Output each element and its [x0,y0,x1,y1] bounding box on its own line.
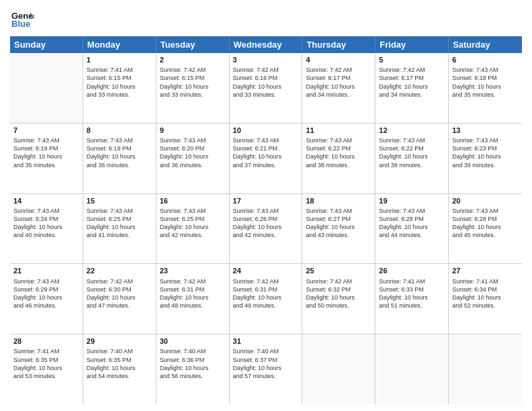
day-number: 25 [306,266,371,275]
day-info: Sunrise: 7:43 AM Sunset: 6:28 PM Dayligh… [379,207,445,240]
calendar-cell: 9Sunrise: 7:43 AM Sunset: 6:20 PM Daylig… [157,124,230,193]
calendar-cell: 4Sunrise: 7:42 AM Sunset: 6:17 PM Daylig… [302,53,375,123]
calendar-cell: 30Sunrise: 7:40 AM Sunset: 6:36 PM Dayli… [157,334,230,404]
calendar-cell: 29Sunrise: 7:40 AM Sunset: 6:35 PM Dayli… [83,334,157,404]
day-info: Sunrise: 7:43 AM Sunset: 6:27 PM Dayligh… [306,207,371,240]
day-number: 5 [379,55,445,64]
calendar-cell: 24Sunrise: 7:42 AM Sunset: 6:31 PM Dayli… [230,264,303,334]
day-info: Sunrise: 7:43 AM Sunset: 6:20 PM Dayligh… [160,136,226,169]
day-info: Sunrise: 7:43 AM Sunset: 6:21 PM Dayligh… [233,136,299,169]
calendar-body: 1Sunrise: 7:41 AM Sunset: 6:15 PM Daylig… [10,53,522,404]
calendar-cell: 26Sunrise: 7:41 AM Sunset: 6:33 PM Dayli… [375,264,449,334]
day-info: Sunrise: 7:43 AM Sunset: 6:29 PM Dayligh… [13,277,79,310]
calendar-cell: 21Sunrise: 7:43 AM Sunset: 6:29 PM Dayli… [10,264,83,334]
calendar-cell: 14Sunrise: 7:43 AM Sunset: 6:24 PM Dayli… [10,194,83,264]
day-info: Sunrise: 7:40 AM Sunset: 6:35 PM Dayligh… [87,347,152,380]
calendar-row-5: 28Sunrise: 7:41 AM Sunset: 6:35 PM Dayli… [10,334,522,404]
day-info: Sunrise: 7:42 AM Sunset: 6:31 PM Dayligh… [160,277,226,310]
day-info: Sunrise: 7:43 AM Sunset: 6:18 PM Dayligh… [452,66,519,99]
header-day-monday: Monday [83,36,157,53]
calendar-cell: 19Sunrise: 7:43 AM Sunset: 6:28 PM Dayli… [375,194,449,264]
calendar-cell: 18Sunrise: 7:43 AM Sunset: 6:27 PM Dayli… [302,194,375,264]
calendar-cell: 7Sunrise: 7:43 AM Sunset: 6:19 PM Daylig… [10,124,83,193]
header-day-thursday: Thursday [302,36,375,53]
day-info: Sunrise: 7:43 AM Sunset: 6:23 PM Dayligh… [452,136,519,169]
day-info: Sunrise: 7:41 AM Sunset: 6:35 PM Dayligh… [13,347,79,380]
calendar-row-4: 21Sunrise: 7:43 AM Sunset: 6:29 PM Dayli… [10,264,522,334]
day-info: Sunrise: 7:43 AM Sunset: 6:19 PM Dayligh… [13,136,79,169]
day-number: 30 [160,336,226,346]
calendar-cell: 17Sunrise: 7:43 AM Sunset: 6:26 PM Dayli… [230,194,303,264]
calendar-cell: 12Sunrise: 7:43 AM Sunset: 6:22 PM Dayli… [375,124,449,193]
day-info: Sunrise: 7:43 AM Sunset: 6:19 PM Dayligh… [87,136,152,169]
calendar-cell: 27Sunrise: 7:41 AM Sunset: 6:34 PM Dayli… [449,264,522,334]
day-number: 11 [306,126,371,135]
day-info: Sunrise: 7:43 AM Sunset: 6:22 PM Dayligh… [379,136,445,169]
day-number: 13 [452,126,519,135]
calendar-cell: 16Sunrise: 7:43 AM Sunset: 6:25 PM Dayli… [157,194,230,264]
calendar-cell: 10Sunrise: 7:43 AM Sunset: 6:21 PM Dayli… [230,124,303,193]
day-info: Sunrise: 7:43 AM Sunset: 6:25 PM Dayligh… [160,207,226,240]
calendar-cell: 31Sunrise: 7:40 AM Sunset: 6:37 PM Dayli… [230,334,303,404]
calendar-cell [10,53,83,123]
calendar-cell [375,334,449,404]
day-number: 7 [13,126,79,135]
day-number: 9 [160,126,226,135]
day-number: 28 [13,336,79,346]
calendar-cell: 11Sunrise: 7:43 AM Sunset: 6:22 PM Dayli… [302,124,375,193]
day-number: 4 [306,55,371,64]
day-number: 1 [87,55,152,64]
calendar-cell: 20Sunrise: 7:43 AM Sunset: 6:28 PM Dayli… [449,194,522,264]
day-info: Sunrise: 7:41 AM Sunset: 6:33 PM Dayligh… [379,277,445,310]
calendar-cell [449,334,522,404]
header: General Blue [10,7,522,31]
day-number: 24 [233,266,299,275]
calendar-cell: 22Sunrise: 7:42 AM Sunset: 6:30 PM Dayli… [83,264,157,334]
header-day-sunday: Sunday [10,36,83,53]
day-number: 17 [233,196,299,205]
day-number: 27 [452,266,519,275]
day-number: 10 [233,126,299,135]
day-number: 26 [379,266,445,275]
header-day-saturday: Saturday [449,36,522,53]
calendar-row-2: 7Sunrise: 7:43 AM Sunset: 6:19 PM Daylig… [10,124,522,194]
logo: General Blue [10,7,36,31]
day-number: 14 [13,196,79,205]
day-number: 15 [87,196,152,205]
day-info: Sunrise: 7:40 AM Sunset: 6:36 PM Dayligh… [160,347,226,380]
day-info: Sunrise: 7:42 AM Sunset: 6:30 PM Dayligh… [87,277,152,310]
day-number: 22 [87,266,152,275]
logo-icon: General Blue [10,7,34,31]
header-day-tuesday: Tuesday [157,36,230,53]
day-number: 19 [379,196,445,205]
day-info: Sunrise: 7:42 AM Sunset: 6:17 PM Dayligh… [379,66,445,99]
day-number: 23 [160,266,226,275]
day-number: 21 [13,266,79,275]
header-day-wednesday: Wednesday [230,36,303,53]
day-info: Sunrise: 7:42 AM Sunset: 6:16 PM Dayligh… [233,66,299,99]
day-info: Sunrise: 7:43 AM Sunset: 6:26 PM Dayligh… [233,207,299,240]
day-info: Sunrise: 7:42 AM Sunset: 6:31 PM Dayligh… [233,277,299,310]
calendar-cell: 3Sunrise: 7:42 AM Sunset: 6:16 PM Daylig… [230,53,303,123]
day-info: Sunrise: 7:42 AM Sunset: 6:17 PM Dayligh… [306,66,371,99]
day-number: 18 [306,196,371,205]
page: General Blue SundayMondayTuesdayWednesda… [0,0,532,411]
calendar-cell: 23Sunrise: 7:42 AM Sunset: 6:31 PM Dayli… [157,264,230,334]
day-number: 20 [452,196,519,205]
day-number: 2 [160,55,226,64]
calendar-cell: 2Sunrise: 7:42 AM Sunset: 6:15 PM Daylig… [157,53,230,123]
day-number: 8 [87,126,152,135]
day-info: Sunrise: 7:42 AM Sunset: 6:32 PM Dayligh… [306,277,371,310]
day-number: 3 [233,55,299,64]
day-info: Sunrise: 7:43 AM Sunset: 6:22 PM Dayligh… [306,136,371,169]
calendar-cell: 13Sunrise: 7:43 AM Sunset: 6:23 PM Dayli… [449,124,522,193]
day-number: 29 [87,336,152,346]
day-info: Sunrise: 7:43 AM Sunset: 6:25 PM Dayligh… [87,207,152,240]
calendar-row-3: 14Sunrise: 7:43 AM Sunset: 6:24 PM Dayli… [10,194,522,265]
calendar-cell: 28Sunrise: 7:41 AM Sunset: 6:35 PM Dayli… [10,334,83,404]
calendar: SundayMondayTuesdayWednesdayThursdayFrid… [10,36,522,404]
calendar-cell: 8Sunrise: 7:43 AM Sunset: 6:19 PM Daylig… [83,124,157,193]
calendar-cell: 5Sunrise: 7:42 AM Sunset: 6:17 PM Daylig… [375,53,449,123]
day-info: Sunrise: 7:41 AM Sunset: 6:15 PM Dayligh… [87,66,152,99]
day-info: Sunrise: 7:43 AM Sunset: 6:28 PM Dayligh… [452,207,519,240]
